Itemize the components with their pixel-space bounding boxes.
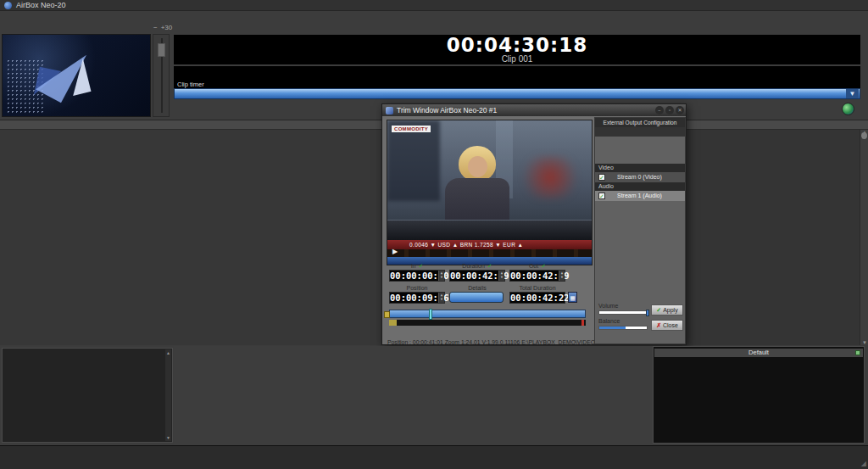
preview-zoom-controls: −+30 [153,24,191,32]
trim-window-icon [386,107,393,114]
external-output-tabs [595,127,685,137]
playhead-marker[interactable] [429,309,432,320]
in-field-group: In✓ 00:00:00:00▲▼ [389,263,445,282]
stream0-row[interactable]: ✓ Stream 0 (Video) [595,172,685,182]
commodity-badge: COMMODITY [392,126,431,132]
trim-window: Trim Window AirBox Neo-20 #1 − ▫ ✕ COMMO… [381,103,687,345]
window-title: AirBox Neo-20 [16,1,66,9]
settings-gear-icon[interactable] [842,103,854,115]
out-timecode-field[interactable]: 00:00:42:19▲▼ [509,270,565,282]
stream1-row[interactable]: ✓ Stream 1 (Audio) [595,191,685,201]
video-background [387,120,440,201]
preview-slider[interactable] [153,34,170,117]
spinner-icon[interactable]: ▲▼ [438,293,444,303]
spinner-icon[interactable]: ▲▼ [438,271,444,281]
media-list-body [686,130,860,345]
preview-monitor [2,34,151,117]
trim-window-title: Trim Window AirBox Neo-20 #1 [397,106,497,114]
audio-meters-panel: Default [653,346,865,444]
out-field-group: Out✓ 00:00:42:19▲▼ [509,263,565,282]
checkbox-checked-icon[interactable]: ✓ [598,193,605,199]
maximize-icon[interactable]: ▫ [665,106,674,114]
media-list-panel: ▲ ▼ [685,120,868,345]
minimize-icon[interactable]: − [655,106,664,114]
close-icon[interactable]: ✕ [676,106,684,114]
zoom-in-button[interactable]: +30 [161,24,173,31]
x-icon: ✗ [656,322,663,328]
hotkeys-panel [174,346,653,445]
duration-label: Duration✓ [449,263,505,270]
news-ticker: 0.0046 ▼ USD ▲ BRN 1.7258 ▼ EUR ▲ [387,240,592,249]
titlebar: AirBox Neo-20 [0,0,868,11]
chevron-down-icon[interactable]: ▼ [846,89,859,98]
scrollbar-thumb[interactable] [861,132,867,139]
stream-extra-tabs [595,137,685,147]
clip-timer-counter: Clip timer [174,66,860,88]
video-background [517,156,583,198]
media-list-header [686,120,868,130]
ticker-strip [387,249,592,257]
details-progress-bar [449,292,504,303]
log-scrollbar[interactable]: ▲ ▼ [165,349,171,441]
meters-preset-label: Default [748,349,769,356]
airbox-window: AirBox Neo-20 −+30 00:04:30:18 Clip 001 … [0,0,868,469]
range-end-marker [581,320,584,326]
position-timecode-field[interactable]: 00:00:09:06▲▼ [389,292,445,304]
stream0-label: Stream 0 (Video) [617,172,662,182]
in-label: In✓ [389,263,445,270]
zoom-out-button[interactable]: − [153,24,158,31]
balance-slider[interactable] [598,326,648,330]
slider-nub[interactable] [646,310,649,316]
spinner-icon[interactable]: ▲▼ [498,271,504,281]
video-section-header: Video [595,164,685,172]
total-duration-label: Total Duration [509,285,565,292]
volume-slider[interactable] [598,310,648,315]
external-output-title: External Output Configuration [595,118,685,127]
channel-logo-icon: ▶ [392,248,398,255]
position-field-group: Position 00:00:09:06▲▼ [389,285,445,304]
menubar [0,11,868,21]
check-icon: ✓ [656,307,663,313]
total-duration-field: 00:00:42:22 [509,292,565,304]
trim-range-bar[interactable] [389,320,586,326]
slider-thumb[interactable] [158,43,165,57]
media-scrollbar[interactable]: ▲ ▼ [860,130,868,345]
apply-button[interactable]: ✓ Apply [651,304,683,315]
out-label: Out✓ [509,263,565,270]
check-icon: ✓ [487,263,492,269]
balance-fill [599,327,626,329]
trim-timeline[interactable] [389,310,586,318]
duration-field-group: Duration✓ 00:00:42:19▲▼ [449,263,505,282]
in-point-handle[interactable] [384,311,390,318]
clip-timer-label: Clip timer [177,81,204,88]
audio-section-header: Audio [595,182,685,191]
event-log-panel: ▲ ▼ [2,348,173,443]
app-logo-icon [4,2,12,9]
external-output-panel: External Output Configuration Video ✓ St… [594,117,686,344]
grid-view-icon[interactable]: ▦ [568,292,577,303]
news-anchor [468,156,487,177]
trim-titlebar[interactable]: Trim Window AirBox Neo-20 #1 − ▫ ✕ [382,104,686,116]
main-counter: 00:04:30:18 Clip 001 [174,35,860,64]
in-timecode-field[interactable]: 00:00:00:00▲▼ [389,270,445,282]
preview-graphic [64,59,91,96]
scroll-down-icon[interactable]: ▼ [860,340,868,345]
stream1-label: Stream 1 (Audio) [617,191,662,201]
news-desk [387,220,592,240]
scroll-up-icon[interactable]: ▲ [165,350,171,355]
trim-video-preview: COMMODITY 0.0046 ▼ USD ▲ BRN 1.7258 ▼ EU… [387,120,593,265]
statusbar: ◢ [0,445,868,469]
details-label: Details [449,285,505,292]
clip-name-label: Clip 001 [174,55,860,64]
range-start-handle[interactable] [389,320,397,326]
duration-timecode-field[interactable]: 00:00:42:19▲▼ [449,270,505,282]
playback-progress-bar[interactable]: ▼ [174,88,860,99]
volume-label: Volume [598,303,618,309]
check-icon: ✓ [418,263,423,269]
resize-grip-icon[interactable]: ◢ [861,460,866,467]
close-button[interactable]: ✗ Close [651,320,683,331]
checkbox-checked-icon[interactable]: ✓ [598,174,605,181]
balance-label: Balance [598,318,620,324]
spinner-icon[interactable]: ▲▼ [559,271,565,281]
scroll-down-icon[interactable]: ▼ [165,435,171,440]
